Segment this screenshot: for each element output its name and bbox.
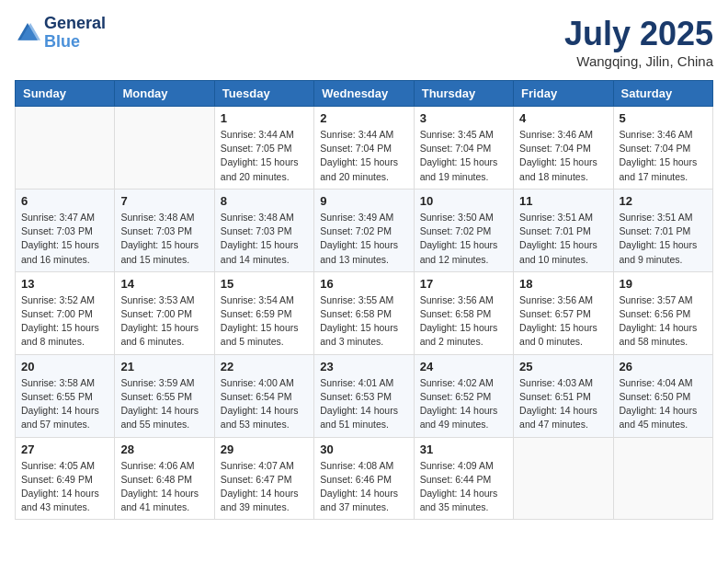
month-title: July 2025 xyxy=(564,15,713,53)
cell-info: Sunrise: 3:51 AMSunset: 7:01 PMDaylight:… xyxy=(620,211,707,267)
logo: General Blue xyxy=(15,15,106,52)
day-number: 9 xyxy=(320,194,407,208)
cell-info: Sunrise: 4:06 AMSunset: 6:48 PMDaylight:… xyxy=(120,459,208,515)
weekday-header: Tuesday xyxy=(214,81,313,107)
day-number: 19 xyxy=(620,277,707,291)
calendar-cell: 24Sunrise: 4:02 AMSunset: 6:52 PMDayligh… xyxy=(414,354,513,437)
cell-info: Sunrise: 3:46 AMSunset: 7:04 PMDaylight:… xyxy=(519,128,607,184)
day-number: 7 xyxy=(120,194,208,208)
calendar-cell: 9Sunrise: 3:49 AMSunset: 7:02 PMDaylight… xyxy=(314,189,414,271)
calendar-cell: 31Sunrise: 4:09 AMSunset: 6:44 PMDayligh… xyxy=(414,437,513,520)
day-number: 30 xyxy=(320,442,407,456)
logo-line2: Blue xyxy=(44,33,106,52)
calendar-cell: 16Sunrise: 3:55 AMSunset: 6:58 PMDayligh… xyxy=(314,271,414,354)
cell-info: Sunrise: 3:44 AMSunset: 7:05 PMDaylight:… xyxy=(221,128,308,184)
calendar-cell: 18Sunrise: 3:56 AMSunset: 6:57 PMDayligh… xyxy=(514,271,613,354)
day-number: 22 xyxy=(221,360,308,373)
day-number: 17 xyxy=(420,277,507,291)
calendar-cell: 1Sunrise: 3:44 AMSunset: 7:05 PMDaylight… xyxy=(214,107,313,190)
cell-info: Sunrise: 3:49 AMSunset: 7:02 PMDaylight:… xyxy=(320,211,407,267)
calendar-cell: 13Sunrise: 3:52 AMSunset: 7:00 PMDayligh… xyxy=(16,271,115,354)
calendar-cell: 7Sunrise: 3:48 AMSunset: 7:03 PMDaylight… xyxy=(115,189,214,271)
cell-info: Sunrise: 4:08 AMSunset: 6:46 PMDaylight:… xyxy=(320,459,407,515)
calendar-cell xyxy=(514,437,613,520)
cell-info: Sunrise: 3:45 AMSunset: 7:04 PMDaylight:… xyxy=(420,128,507,184)
day-number: 20 xyxy=(21,360,108,373)
calendar-cell: 23Sunrise: 4:01 AMSunset: 6:53 PMDayligh… xyxy=(314,354,414,437)
calendar-cell: 21Sunrise: 3:59 AMSunset: 6:55 PMDayligh… xyxy=(115,354,214,437)
day-number: 5 xyxy=(620,111,707,125)
cell-info: Sunrise: 3:55 AMSunset: 6:58 PMDaylight:… xyxy=(320,293,407,350)
day-number: 4 xyxy=(519,111,607,125)
cell-info: Sunrise: 3:44 AMSunset: 7:04 PMDaylight:… xyxy=(320,128,407,184)
day-number: 25 xyxy=(519,360,607,373)
cell-info: Sunrise: 3:54 AMSunset: 6:59 PMDaylight:… xyxy=(221,293,308,350)
day-number: 2 xyxy=(320,111,407,125)
cell-info: Sunrise: 3:56 AMSunset: 6:57 PMDaylight:… xyxy=(519,293,607,350)
cell-info: Sunrise: 3:59 AMSunset: 6:55 PMDaylight:… xyxy=(120,376,208,432)
day-number: 24 xyxy=(420,360,507,373)
calendar-cell: 29Sunrise: 4:07 AMSunset: 6:47 PMDayligh… xyxy=(214,437,313,520)
page-header: General Blue July 2025 Wangqing, Jilin, … xyxy=(15,15,713,69)
day-number: 15 xyxy=(221,277,308,291)
calendar-cell: 5Sunrise: 3:46 AMSunset: 7:04 PMDaylight… xyxy=(613,107,712,190)
calendar-cell: 19Sunrise: 3:57 AMSunset: 6:56 PMDayligh… xyxy=(613,271,712,354)
cell-info: Sunrise: 4:02 AMSunset: 6:52 PMDaylight:… xyxy=(420,376,507,432)
day-number: 27 xyxy=(21,442,108,456)
calendar-cell: 11Sunrise: 3:51 AMSunset: 7:01 PMDayligh… xyxy=(514,189,613,271)
cell-info: Sunrise: 3:47 AMSunset: 7:03 PMDaylight:… xyxy=(21,211,108,267)
calendar-table: SundayMondayTuesdayWednesdayThursdayFrid… xyxy=(15,80,713,520)
calendar-cell: 17Sunrise: 3:56 AMSunset: 6:58 PMDayligh… xyxy=(414,271,513,354)
day-number: 14 xyxy=(120,277,208,291)
cell-info: Sunrise: 4:04 AMSunset: 6:50 PMDaylight:… xyxy=(620,376,707,432)
day-number: 6 xyxy=(21,194,108,208)
day-number: 21 xyxy=(120,360,208,373)
cell-info: Sunrise: 3:46 AMSunset: 7:04 PMDaylight:… xyxy=(620,128,707,184)
calendar-cell: 20Sunrise: 3:58 AMSunset: 6:55 PMDayligh… xyxy=(16,354,115,437)
day-number: 10 xyxy=(420,194,507,208)
weekday-header: Saturday xyxy=(613,81,712,107)
calendar-cell: 26Sunrise: 4:04 AMSunset: 6:50 PMDayligh… xyxy=(613,354,712,437)
calendar-week-row: 6Sunrise: 3:47 AMSunset: 7:03 PMDaylight… xyxy=(16,189,713,271)
title-block: July 2025 Wangqing, Jilin, China xyxy=(564,15,713,69)
logo-icon xyxy=(15,20,40,46)
cell-info: Sunrise: 4:05 AMSunset: 6:49 PMDaylight:… xyxy=(21,459,108,515)
calendar-cell: 25Sunrise: 4:03 AMSunset: 6:51 PMDayligh… xyxy=(514,354,613,437)
cell-info: Sunrise: 4:01 AMSunset: 6:53 PMDaylight:… xyxy=(320,376,407,432)
calendar-cell: 4Sunrise: 3:46 AMSunset: 7:04 PMDaylight… xyxy=(514,107,613,190)
cell-info: Sunrise: 3:48 AMSunset: 7:03 PMDaylight:… xyxy=(221,211,308,267)
logo-line1: General xyxy=(44,15,106,33)
cell-info: Sunrise: 3:57 AMSunset: 6:56 PMDaylight:… xyxy=(620,293,707,350)
calendar-cell: 15Sunrise: 3:54 AMSunset: 6:59 PMDayligh… xyxy=(214,271,313,354)
calendar-cell xyxy=(115,107,214,190)
calendar-header-row: SundayMondayTuesdayWednesdayThursdayFrid… xyxy=(16,81,713,107)
cell-info: Sunrise: 4:00 AMSunset: 6:54 PMDaylight:… xyxy=(221,376,308,432)
calendar-cell: 6Sunrise: 3:47 AMSunset: 7:03 PMDaylight… xyxy=(16,189,115,271)
calendar-cell: 27Sunrise: 4:05 AMSunset: 6:49 PMDayligh… xyxy=(16,437,115,520)
calendar-week-row: 20Sunrise: 3:58 AMSunset: 6:55 PMDayligh… xyxy=(16,354,713,437)
cell-info: Sunrise: 3:50 AMSunset: 7:02 PMDaylight:… xyxy=(420,211,507,267)
calendar-cell: 14Sunrise: 3:53 AMSunset: 7:00 PMDayligh… xyxy=(115,271,214,354)
calendar-cell: 3Sunrise: 3:45 AMSunset: 7:04 PMDaylight… xyxy=(414,107,513,190)
day-number: 8 xyxy=(221,194,308,208)
day-number: 16 xyxy=(320,277,407,291)
calendar-cell: 2Sunrise: 3:44 AMSunset: 7:04 PMDaylight… xyxy=(314,107,414,190)
cell-info: Sunrise: 3:53 AMSunset: 7:00 PMDaylight:… xyxy=(120,293,208,350)
day-number: 1 xyxy=(221,111,308,125)
day-number: 31 xyxy=(420,442,507,456)
day-number: 28 xyxy=(120,442,208,456)
day-number: 23 xyxy=(320,360,407,373)
day-number: 18 xyxy=(519,277,607,291)
location: Wangqing, Jilin, China xyxy=(564,53,713,69)
calendar-cell: 12Sunrise: 3:51 AMSunset: 7:01 PMDayligh… xyxy=(613,189,712,271)
calendar-cell: 22Sunrise: 4:00 AMSunset: 6:54 PMDayligh… xyxy=(214,354,313,437)
calendar-week-row: 27Sunrise: 4:05 AMSunset: 6:49 PMDayligh… xyxy=(16,437,713,520)
weekday-header: Friday xyxy=(514,81,613,107)
calendar-week-row: 13Sunrise: 3:52 AMSunset: 7:00 PMDayligh… xyxy=(16,271,713,354)
cell-info: Sunrise: 3:56 AMSunset: 6:58 PMDaylight:… xyxy=(420,293,507,350)
cell-info: Sunrise: 3:48 AMSunset: 7:03 PMDaylight:… xyxy=(120,211,208,267)
cell-info: Sunrise: 4:09 AMSunset: 6:44 PMDaylight:… xyxy=(420,459,507,515)
day-number: 3 xyxy=(420,111,507,125)
calendar-cell: 30Sunrise: 4:08 AMSunset: 6:46 PMDayligh… xyxy=(314,437,414,520)
cell-info: Sunrise: 4:07 AMSunset: 6:47 PMDaylight:… xyxy=(221,459,308,515)
